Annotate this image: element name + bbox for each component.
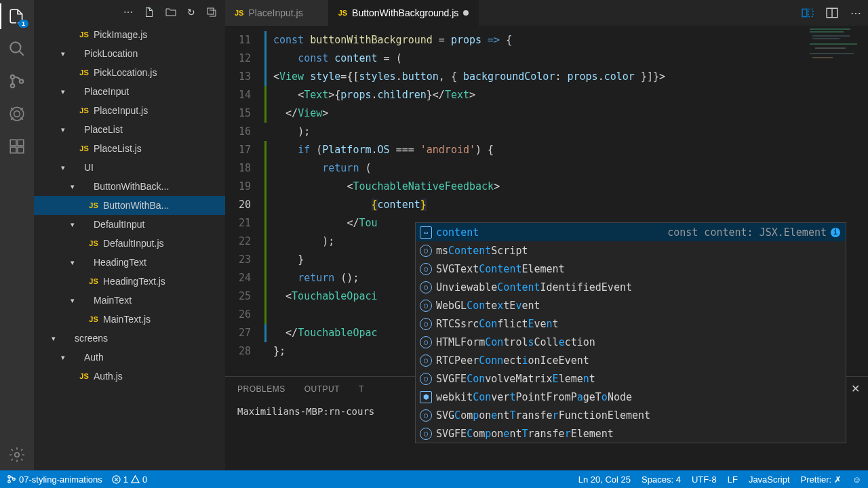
file-explorer-sidebar: ⋯ ↻ JSPickImage.js▾PickLocationJSPickLoc… — [34, 0, 225, 470]
editor-tab[interactable]: JSButtonWithBackground.js — [329, 0, 479, 26]
autocomplete-item[interactable]: ○HTMLFormControlsCollection — [416, 333, 846, 351]
compare-icon[interactable] — [802, 7, 814, 19]
code-line[interactable]: </View> — [264, 104, 868, 123]
more-icon[interactable]: ⋯ — [123, 7, 133, 18]
js-file-icon: JS — [87, 315, 100, 323]
js-file-icon: JS — [235, 9, 243, 17]
suggestion-label: WebGLContextEvent — [436, 300, 540, 312]
feedback-icon[interactable]: ☺ — [852, 474, 861, 485]
extensions-icon[interactable] — [7, 137, 26, 156]
file-item[interactable]: JSPickImage.js — [34, 25, 225, 44]
svg-rect-15 — [810, 28, 850, 30]
tree-label: MainText.js — [103, 314, 151, 325]
file-item[interactable]: JSPlaceList.js — [34, 139, 225, 158]
folder-item[interactable]: ▾HeadingText — [34, 253, 225, 272]
autocomplete-item[interactable]: ⬢webkitConvertPointFromPageToNode — [416, 388, 846, 406]
cursor-position[interactable]: Ln 20, Col 25 — [578, 474, 631, 485]
folder-item[interactable]: ▾Auth — [34, 348, 225, 367]
svg-rect-13 — [808, 9, 813, 16]
search-icon[interactable] — [7, 39, 26, 58]
folder-item[interactable]: ▾screens — [34, 329, 225, 348]
autocomplete-item[interactable]: ○RTCSsrcConflictEvent — [416, 314, 846, 333]
folder-item[interactable]: ▾ButtonWithBack... — [34, 177, 225, 196]
code-line[interactable]: <Text>{props.children}</Text> — [264, 86, 868, 104]
code-line[interactable]: {content} — [264, 196, 868, 214]
code-line[interactable]: <TouchableNativeFeedback> — [264, 178, 868, 196]
autocomplete-item[interactable]: ○RTCPeerConnectionIceEvent — [416, 351, 846, 369]
folder-item[interactable]: ▾PickLocation — [34, 44, 225, 63]
autocomplete-item[interactable]: ○SVGComponentTransferFunctionElement — [416, 406, 846, 424]
code-line[interactable]: <View style={[styles.button, { backgroun… — [264, 68, 868, 86]
suggestion-kind-icon: ⬢ — [420, 391, 432, 403]
autocomplete-item[interactable]: ▭contentconst content: JSX.Element i — [416, 223, 846, 241]
file-item[interactable]: JSAuth.js — [34, 367, 225, 386]
file-item[interactable]: JSMainText.js — [34, 310, 225, 329]
tree-label: UI — [84, 162, 94, 173]
autocomplete-item[interactable]: ○msContentScript — [416, 241, 846, 260]
svg-point-24 — [8, 481, 11, 483]
suggestion-label: UnviewableContentIdentifiedEvent — [436, 281, 632, 293]
code-line[interactable]: const content = ( — [264, 49, 868, 68]
panel-close-icon[interactable]: ✕ — [851, 382, 860, 395]
autocomplete-item[interactable]: ○UnviewableContentIdentifiedEvent — [416, 278, 846, 296]
file-item[interactable]: JSPickLocation.js — [34, 63, 225, 82]
code-line[interactable]: if (Platform.OS === 'android') { — [264, 141, 868, 159]
branch-name: 07-styling-animations — [19, 474, 102, 485]
suggestion-kind-icon: ○ — [420, 336, 432, 348]
file-item[interactable]: JSButtonWithBa... — [34, 196, 225, 215]
panel-tab-terminal[interactable]: T — [359, 384, 364, 394]
tree-label: PickImage.js — [94, 29, 147, 40]
more-actions-icon[interactable]: ⋯ — [850, 7, 861, 20]
source-control-icon[interactable] — [7, 72, 26, 91]
refresh-icon[interactable]: ↻ — [187, 7, 195, 18]
eol[interactable]: LF — [728, 474, 738, 485]
file-item[interactable]: JSDefaultInput.js — [34, 234, 225, 253]
panel-tab-output[interactable]: OUTPUT — [304, 384, 340, 394]
panel-tab-problems[interactable]: PROBLEMS — [237, 384, 285, 394]
js-file-icon: JS — [77, 144, 91, 152]
folder-item[interactable]: ▾MainText — [34, 291, 225, 310]
debug-icon[interactable] — [7, 104, 26, 123]
file-item[interactable]: JSHeadingText.js — [34, 272, 225, 291]
code-line[interactable]: const buttonWithBackground = props => { — [264, 31, 868, 49]
suggestion-detail: const content: JSX.Element i — [667, 226, 840, 239]
language-mode[interactable]: JavaScript — [749, 474, 790, 485]
folder-item[interactable]: ▾PlaceInput — [34, 82, 225, 101]
tab-label: ButtonWithBackground.js — [352, 7, 458, 18]
folder-item[interactable]: ▾DefaultInput — [34, 215, 225, 234]
tree-label: PickLocation.js — [94, 67, 157, 78]
suggestion-kind-icon: ○ — [420, 245, 432, 257]
folder-item[interactable]: ▾UI — [34, 158, 225, 177]
svg-point-5 — [14, 111, 20, 117]
svg-point-1 — [11, 75, 14, 79]
js-file-icon: JS — [77, 106, 91, 115]
autocomplete-item[interactable]: ○WebGLContextEvent — [416, 296, 846, 314]
autocomplete-item[interactable]: ○SVGTextContentElement — [416, 260, 846, 278]
editor-tab[interactable]: JSPlaceInput.js — [225, 0, 329, 26]
suggestion-label: SVGFEComponentTransferElement — [436, 428, 614, 440]
explorer-icon[interactable]: 1 — [7, 7, 26, 26]
suggestion-kind-icon: ○ — [420, 373, 432, 385]
git-branch[interactable]: 07-styling-animations — [7, 474, 102, 485]
prettier-status[interactable]: Prettier: ✗ — [801, 474, 842, 485]
settings-gear-icon[interactable] — [7, 445, 26, 464]
svg-rect-7 — [10, 147, 16, 153]
suggestion-kind-icon: ○ — [420, 318, 432, 330]
indentation[interactable]: Spaces: 4 — [642, 474, 681, 485]
file-item[interactable]: JSPlaceInput.js — [34, 101, 225, 120]
code-line[interactable]: return ( — [264, 159, 868, 178]
encoding[interactable]: UTF-8 — [692, 474, 717, 485]
code-line[interactable]: ); — [264, 123, 868, 141]
file-tree[interactable]: JSPickImage.js▾PickLocationJSPickLocatio… — [34, 24, 225, 386]
autocomplete-item[interactable]: ○SVGFEConvolveMatrixElement — [416, 369, 846, 388]
new-file-icon[interactable] — [144, 7, 155, 18]
tree-label: PlaceInput.js — [94, 105, 148, 116]
autocomplete-popup[interactable]: ▭contentconst content: JSX.Element i○msC… — [415, 222, 846, 443]
info-icon[interactable]: i — [831, 228, 840, 237]
folder-item[interactable]: ▾PlaceList — [34, 120, 225, 139]
autocomplete-item[interactable]: ○SVGFEComponentTransferElement — [416, 424, 846, 443]
collapse-all-icon[interactable] — [206, 7, 217, 18]
new-folder-icon[interactable] — [165, 7, 176, 18]
error-count[interactable]: 1 0 — [112, 474, 147, 485]
split-editor-icon[interactable] — [826, 7, 838, 19]
